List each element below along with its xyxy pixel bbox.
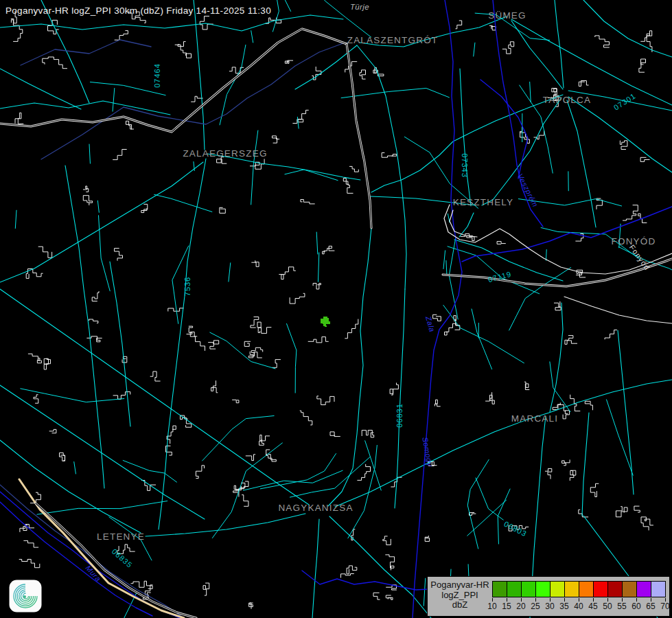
legend-panel: Poganyvar-HR logZ_PPI dbZ 10152025303540… [427,576,670,617]
legend-tick-label: 60 [632,602,640,611]
city-label: TAPOLCA [543,95,591,105]
radar-map-stage: Poganyvar-HR logZ_PPI 30km (dbZ) Friday … [0,0,672,618]
road-number-label: 07464 [153,63,161,88]
legend-title-line2: logZ_PPI [429,591,491,601]
legend-color-cell [493,582,507,597]
legend-tick-label: 25 [531,602,540,611]
legend-unit-label: dbZ [429,600,491,610]
city-label: MARCALI [511,413,558,424]
legend-color-cell [507,582,522,597]
legend-color-cell [522,582,536,597]
legend-title: Poganyvar-HR logZ_PPI dbZ [429,580,491,610]
legend-color-cell [551,582,565,597]
legend-tick-label: 65 [646,602,655,611]
road-number-label: 7536 [183,277,192,296]
road-number-label: 06831 [395,403,404,428]
legend-tick-label: 40 [574,602,583,611]
city-label: LETENYE [97,531,145,542]
legend-tick-label: 55 [617,602,626,611]
legend-color-cell [579,582,594,597]
legend-tick-label: 70 [660,602,669,611]
city-label: SÜMEG [488,10,526,21]
map-labels-layer: Poganyvar-HR logZ_PPI 30km (dbZ) Friday … [0,0,672,618]
legend-color-cell [623,582,637,597]
legend-title-line1: Poganyvar-HR [429,580,491,591]
river-label: Veszprém [516,172,540,209]
legend-color-cell [536,582,551,597]
river-label: Mura [84,564,102,583]
legend-color-cell [565,582,579,597]
legend-color-cell [637,582,651,597]
legend-tick-label: 35 [559,602,568,611]
legend-tick-label: 30 [545,602,554,611]
river-label: Zala [424,315,437,333]
product-title: Poganyvar-HR logZ_PPI 30km (dbZ) Friday … [5,5,271,16]
city-label: ZALASZENTGRÓT [347,35,439,45]
road-number-label: 07343 [461,153,469,178]
legend-color-cell [651,582,665,597]
shore-place-label: Fonyód [628,243,652,272]
road-number-label: 07301 [612,91,637,111]
city-label: NAGYKANIZSA [278,503,353,513]
city-label: KESZTHELY [453,197,514,207]
legend-tick-label: 50 [603,602,612,611]
river-label: Somogy [421,437,434,468]
legend-colorbar [492,581,666,597]
road-number-label: 07119 [487,270,513,284]
hungaromet-logo [9,580,42,613]
road-number-label: 06835 [111,547,135,569]
legend-color-cell [608,582,623,597]
legend-tick-label: 45 [588,602,597,611]
legend-tick-label: 15 [502,602,511,611]
legend-tick-label: 10 [487,602,496,611]
spiral-center-dot [23,595,26,598]
road-number-label: 06803 [502,520,528,538]
city-label: ZALAEGERSZEG [183,148,267,159]
legend-tick-label: 20 [516,602,525,611]
city-label: Türje [350,3,369,11]
legend-color-cell [594,582,608,597]
